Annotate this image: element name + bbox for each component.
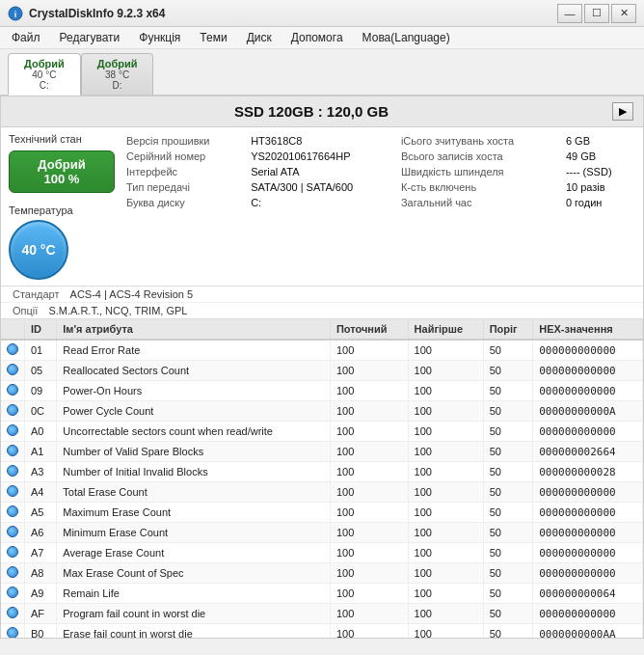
serial-value: YS202010617664HP: [247, 149, 397, 164]
close-button[interactable]: ✕: [611, 4, 636, 23]
row-threshold: 50: [483, 462, 533, 482]
table-row: A7 Average Erase Count 100 100 50 000000…: [1, 543, 643, 563]
maximize-button[interactable]: ☐: [584, 4, 609, 23]
letter-value: C:: [247, 195, 397, 210]
poweron-value: 10 разів: [562, 179, 635, 195]
menu-language[interactable]: Мова(Language): [355, 29, 458, 46]
row-dot: [1, 584, 25, 604]
serial-label: Серійний номер: [122, 149, 247, 164]
minimize-button[interactable]: —: [557, 4, 582, 23]
row-name: Power Cycle Count: [57, 401, 331, 422]
status-percent: 100 %: [17, 172, 106, 186]
rotation-label: Швидкість шпинделя: [397, 164, 562, 179]
row-dot: [1, 503, 25, 523]
row-name: Erase fail count in worst die: [57, 624, 331, 639]
totaltime-value: 0 годин: [562, 195, 635, 210]
rotation-value: ---- (SSD): [562, 164, 635, 179]
row-threshold: 50: [483, 543, 533, 563]
row-hex: 000000000000: [533, 543, 643, 563]
row-threshold: 50: [483, 503, 533, 523]
standard-value: ACS-4 | ACS-4 Revision 5: [70, 288, 194, 300]
menu-themes[interactable]: Теми: [192, 29, 234, 46]
row-name: Read Error Rate: [57, 340, 331, 361]
menu-function[interactable]: Функція: [131, 29, 188, 46]
row-id: A6: [25, 523, 57, 543]
row-hex: 000000002664: [533, 442, 643, 462]
letter-label: Буква диску: [122, 195, 247, 210]
row-hex: 000000000000: [533, 523, 643, 543]
smart-table: ID Ім'я атрибута Поточний Найгірше Поріг…: [1, 319, 643, 638]
app-icon: i: [8, 6, 23, 21]
row-threshold: 50: [483, 604, 533, 624]
menu-disk[interactable]: Диск: [239, 29, 280, 46]
row-current: 100: [330, 543, 408, 563]
row-id: A9: [25, 584, 57, 604]
drive-menu-button[interactable]: ▶: [612, 102, 633, 121]
status-panel: Технічний стан Добрий 100 % Температура …: [9, 133, 115, 280]
row-worst: 100: [408, 340, 483, 361]
table-row: A9 Remain Life 100 100 50 000000000064: [1, 584, 643, 604]
row-worst: 100: [408, 462, 483, 482]
row-dot: [1, 604, 25, 624]
interface-value: Serial ATA: [247, 164, 397, 179]
row-threshold: 50: [483, 442, 533, 462]
row-worst: 100: [408, 563, 483, 584]
drive-title-bar: SSD 120GB : 120,0 GB ▶: [1, 96, 643, 127]
info-grid: Версія прошивки HT3618C8 іСього зчитуван…: [122, 133, 635, 280]
row-name: Number of Valid Spare Blocks: [57, 442, 331, 462]
menu-file[interactable]: Файл: [4, 29, 48, 46]
row-id: A1: [25, 442, 57, 462]
row-dot: [1, 442, 25, 462]
row-name: Minimum Erase Count: [57, 523, 331, 543]
col-threshold: Поріг: [483, 319, 533, 340]
smart-table-container[interactable]: ID Ім'я атрибута Поточний Найгірше Поріг…: [1, 319, 643, 638]
title-bar-left: i CrystalDiskInfo 9.2.3 x64: [8, 6, 165, 21]
tab-d[interactable]: Добрий 38 °C D:: [81, 53, 154, 95]
table-row: 09 Power-On Hours 100 100 50 00000000000…: [1, 381, 643, 401]
row-dot: [1, 482, 25, 503]
table-row: A1 Number of Valid Spare Blocks 100 100 …: [1, 442, 643, 462]
row-worst: 100: [408, 624, 483, 639]
row-hex: 000000000000: [533, 361, 643, 381]
row-current: 100: [330, 584, 408, 604]
row-current: 100: [330, 624, 408, 639]
options-value: S.M.A.R.T., NCQ, TRIM, GPL: [48, 305, 187, 316]
row-name: Total Erase Count: [57, 482, 331, 503]
row-dot: [1, 523, 25, 543]
row-threshold: 50: [483, 361, 533, 381]
row-id: A3: [25, 462, 57, 482]
host-writes-value: 49 GB: [562, 149, 635, 164]
options-label: Опції: [13, 305, 38, 316]
row-worst: 100: [408, 482, 483, 503]
main-content: SSD 120GB : 120,0 GB ▶ Технічний стан До…: [0, 96, 644, 639]
menu-edit[interactable]: Редагувати: [52, 29, 128, 46]
row-hex: 000000000028: [533, 462, 643, 482]
info-interface-row: Інтерфейс Serial ATA Швидкість шпинделя …: [122, 164, 635, 179]
tech-status-label: Технічний стан: [9, 133, 115, 145]
row-dot: [1, 422, 25, 442]
row-id: A8: [25, 563, 57, 584]
row-worst: 100: [408, 381, 483, 401]
table-row: A0 Uncorrectable sectors count when read…: [1, 422, 643, 442]
table-row: A3 Number of Initial Invalid Blocks 100 …: [1, 462, 643, 482]
col-hex: HEX-значення: [533, 319, 643, 340]
tab-d-temp: 38 °C: [105, 69, 129, 80]
temp-circle: 40 °C: [9, 220, 68, 280]
host-reads-value: 6 GB: [562, 133, 635, 149]
tab-c-letter: C:: [40, 80, 49, 91]
totaltime-label: Загальний час: [397, 195, 562, 210]
tab-c[interactable]: Добрий 40 °C C:: [8, 53, 81, 96]
tabs-bar: Добрий 40 °C C: Добрий 38 °C D:: [0, 49, 644, 96]
status-box: Добрий 100 %: [9, 150, 115, 193]
row-name: Max Erase Count of Spec: [57, 563, 331, 584]
row-current: 100: [330, 604, 408, 624]
col-current: Поточний: [330, 319, 408, 340]
row-worst: 100: [408, 503, 483, 523]
row-worst: 100: [408, 361, 483, 381]
row-hex: 000000000000: [533, 503, 643, 523]
menu-help[interactable]: Допомога: [283, 29, 351, 46]
svg-text:i: i: [14, 10, 17, 19]
menu-bar: Файл Редагувати Функція Теми Диск Допомо…: [0, 27, 644, 49]
col-id: ID: [25, 319, 57, 340]
row-name: Uncorrectable sectors count when read/wr…: [57, 422, 331, 442]
